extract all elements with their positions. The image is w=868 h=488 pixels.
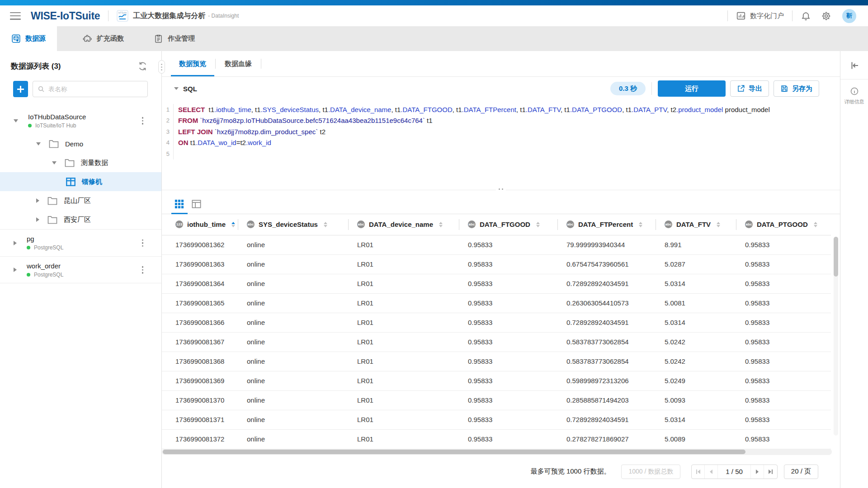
- tree-item-昆山厂区[interactable]: 昆山厂区: [0, 191, 161, 210]
- table-row[interactable]: 1736990081371onlineLR010.958330.72892892…: [162, 410, 831, 429]
- string-type-badge: abc: [665, 221, 672, 228]
- vertical-scrollbar-thumb[interactable]: [834, 237, 838, 277]
- first-page-button[interactable]: [692, 465, 705, 479]
- refresh-icon[interactable]: [137, 61, 148, 71]
- column-header-DATA_FTV[interactable]: abcDATA_FTV: [656, 214, 736, 235]
- string-type-badge: abc: [357, 221, 365, 228]
- collapse-caret-icon[interactable]: [174, 87, 179, 90]
- tab-data-preview[interactable]: 数据预览: [170, 51, 215, 76]
- tree-item-镭修机[interactable]: 镭修机: [0, 172, 161, 191]
- table-row[interactable]: 1736990081365onlineLR010.958330.26306305…: [162, 293, 831, 313]
- table-cell: LR01: [348, 429, 459, 449]
- tree-item-IoTHubDataSource[interactable]: IoTHubDataSourceIoTSuite/IoT Hub: [0, 107, 161, 134]
- settings-gear-icon[interactable]: [821, 11, 831, 21]
- table-cell: 1736990081364: [162, 274, 238, 293]
- hamburger-menu-icon[interactable]: [10, 12, 21, 20]
- table-row[interactable]: 1736990081369onlineLR010.958330.59899897…: [162, 371, 831, 390]
- panel-view-icon[interactable]: [191, 199, 202, 209]
- run-button[interactable]: 运行: [658, 80, 726, 97]
- column-header-DATA_FTGOOD[interactable]: abcDATA_FTGOOD: [459, 214, 557, 235]
- sort-toggle-icon[interactable]: [717, 222, 720, 228]
- sql-line[interactable]: 4ON t1.DATA_wo_id=t2.work_id: [162, 137, 840, 149]
- page-indicator: 1 / 50: [718, 465, 751, 479]
- kebab-menu-icon[interactable]: [140, 237, 146, 249]
- page-size-select[interactable]: 20 / 页: [784, 465, 818, 479]
- horizontal-scrollbar[interactable]: [162, 449, 832, 455]
- table-cell: 1736990081372: [162, 429, 238, 449]
- save-as-button[interactable]: 另存为: [774, 80, 819, 97]
- column-header-DATA_device_name[interactable]: abcDATA_device_name: [348, 214, 459, 235]
- kebab-menu-icon[interactable]: [140, 115, 146, 127]
- collapse-panel-icon[interactable]: [849, 60, 860, 71]
- sort-toggle-icon[interactable]: [536, 222, 540, 228]
- detail-info-button[interactable]: 详细信息: [844, 87, 864, 105]
- horizontal-scrollbar-thumb[interactable]: [163, 450, 745, 454]
- table-cell: 0.95833: [736, 390, 831, 410]
- tree-item-pg[interactable]: pgPostgreSQL: [0, 229, 161, 256]
- column-label: DATA_FTV: [676, 221, 711, 228]
- table-cell: 0.95833: [736, 332, 831, 352]
- chevron-right-icon[interactable]: [36, 198, 39, 203]
- sql-line[interactable]: 1SELECT t1.iothub_time, t1.SYS_deviceSta…: [162, 104, 840, 115]
- table-header-row: 123iothub_timeabcSYS_deviceStatusabcDATA…: [162, 214, 831, 235]
- column-header-DATA_PTGOOD[interactable]: abcDATA_PTGOOD: [736, 214, 831, 235]
- grid-view-icon[interactable]: [174, 199, 184, 209]
- table-cell: 1736990081365: [162, 293, 238, 313]
- folder-icon: [49, 140, 59, 148]
- table-row[interactable]: 1736990081372onlineLR010.958330.27827827…: [162, 429, 831, 449]
- column-header-iothub_time[interactable]: 123iothub_time: [162, 214, 238, 235]
- chevron-right-icon[interactable]: [14, 241, 17, 245]
- table-row[interactable]: 1736990081362onlineLR010.9583379.9999993…: [162, 235, 831, 254]
- add-datasource-button[interactable]: [13, 81, 28, 97]
- digital-portal-link[interactable]: 数字化门户: [736, 11, 784, 21]
- sort-toggle-icon[interactable]: [324, 222, 327, 228]
- table-name-search-input[interactable]: [33, 81, 148, 97]
- vertical-scrollbar[interactable]: [834, 237, 838, 436]
- tree-item-测量数据[interactable]: 测量数据: [0, 153, 161, 172]
- user-avatar[interactable]: 靳: [842, 9, 856, 23]
- tree-item-work_order[interactable]: work_orderPostgreSQL: [0, 256, 161, 283]
- sort-toggle-icon[interactable]: [439, 222, 443, 228]
- panel-splitter[interactable]: [162, 190, 840, 194]
- sql-editor[interactable]: 1SELECT t1.iothub_time, t1.SYS_deviceSta…: [162, 100, 840, 190]
- chevron-right-icon[interactable]: [14, 267, 17, 272]
- tab-data-lineage[interactable]: 数据血缘: [216, 51, 261, 76]
- table-cell: 0.95833: [459, 371, 557, 390]
- table-row[interactable]: 1736990081366onlineLR010.958330.72892892…: [162, 313, 831, 332]
- table-row[interactable]: 1736990081367onlineLR010.958330.58378377…: [162, 332, 831, 352]
- tree-item-西安厂区[interactable]: 西安厂区: [0, 210, 161, 229]
- prev-page-button[interactable]: [705, 465, 718, 479]
- line-number: 3: [162, 126, 174, 137]
- sql-line[interactable]: 3LEFT JOIN `hxz6jj7mo8zp.dim_product_spe…: [162, 126, 840, 137]
- table-row[interactable]: 1736990081370onlineLR010.958330.28588587…: [162, 390, 831, 410]
- tab-extension-functions[interactable]: 扩充函数: [71, 26, 135, 51]
- table-cell: online: [238, 410, 348, 429]
- info-icon: [850, 87, 859, 96]
- kebab-menu-icon[interactable]: [140, 264, 146, 276]
- export-button[interactable]: 导出: [730, 80, 769, 97]
- table-row[interactable]: 1736990081364onlineLR010.958330.72892892…: [162, 274, 831, 293]
- module-tab-strip: 数据源 扩充函数 作业管理: [0, 26, 868, 51]
- chevron-down-icon[interactable]: [14, 119, 18, 122]
- sql-line[interactable]: 2FROM `hxz6jj7mo8zp.IoTHubDataSource.bef…: [162, 115, 840, 127]
- table-row[interactable]: 1736990081363onlineLR010.958330.67547547…: [162, 254, 831, 274]
- sort-toggle-icon[interactable]: [639, 222, 642, 228]
- sort-toggle-icon[interactable]: [814, 222, 817, 228]
- tab-data-source[interactable]: 数据源: [0, 26, 57, 51]
- table-row[interactable]: 1736990081368onlineLR010.958330.58378377…: [162, 352, 831, 371]
- chevron-right-icon[interactable]: [36, 217, 39, 222]
- tree-item-Demo[interactable]: Demo: [0, 134, 161, 153]
- sql-line[interactable]: 5: [162, 148, 840, 160]
- column-header-SYS_deviceStatus[interactable]: abcSYS_deviceStatus: [238, 214, 348, 235]
- table-cell: 1736990081363: [162, 254, 238, 274]
- notifications-bell-icon[interactable]: [801, 11, 811, 21]
- chevron-down-icon[interactable]: [36, 142, 41, 145]
- sort-toggle-icon[interactable]: [231, 222, 235, 228]
- tab-job-management[interactable]: 作业管理: [142, 26, 206, 51]
- next-page-button[interactable]: [751, 465, 764, 479]
- sidebar-collapse-handle[interactable]: [158, 60, 165, 74]
- splitter-drag-handle[interactable]: [496, 188, 506, 191]
- column-header-DATA_FTPercent[interactable]: abcDATA_FTPercent: [557, 214, 656, 235]
- last-page-button[interactable]: [764, 465, 777, 479]
- chevron-down-icon[interactable]: [52, 161, 57, 164]
